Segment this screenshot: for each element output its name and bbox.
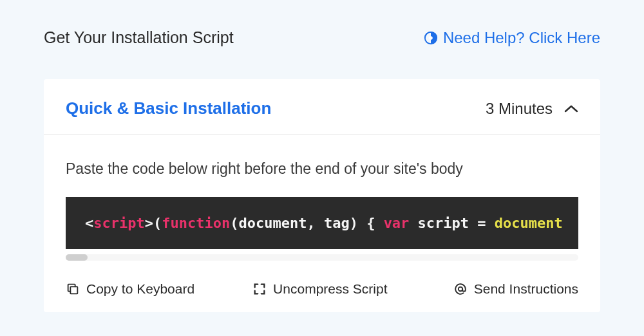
page-title: Get Your Installation Script [44, 28, 234, 47]
uncompress-label: Uncompress Script [273, 281, 387, 297]
code-seg: var [384, 215, 410, 231]
actions-row: Copy to Keyboard Uncompress Script [66, 279, 578, 297]
copy-button[interactable]: Copy to Keyboard [66, 281, 194, 297]
help-icon [424, 31, 438, 45]
card-duration: 3 Minutes [486, 100, 553, 118]
code-seg: (document, tag) { [230, 215, 383, 231]
code-scrollbar-thumb[interactable] [66, 254, 88, 261]
code-seg: script [93, 215, 144, 231]
installation-card: Quick & Basic Installation 3 Minutes Pas… [44, 79, 600, 312]
code-scrollbar[interactable] [66, 254, 578, 261]
svg-rect-2 [70, 286, 77, 294]
code-seg: ( [153, 215, 162, 231]
code-seg: < [85, 215, 93, 231]
send-label: Send Instructions [474, 281, 578, 297]
code-seg: script [409, 215, 477, 231]
expand-icon [252, 282, 267, 296]
uncompress-button[interactable]: Uncompress Script [252, 281, 387, 297]
card-body: Paste the code below right before the en… [44, 135, 600, 312]
card-duration-wrap: 3 Minutes [486, 100, 578, 118]
card-header[interactable]: Quick & Basic Installation 3 Minutes [44, 79, 600, 135]
code-seg: document [495, 215, 563, 231]
code-block[interactable]: <script>(function(document, tag) { var s… [66, 197, 578, 249]
code-seg: = [477, 215, 495, 231]
code-seg: function [162, 215, 230, 231]
instruction-text: Paste the code below right before the en… [66, 160, 578, 178]
chevron-up-icon[interactable] [564, 104, 578, 113]
code-seg: > [145, 215, 153, 231]
at-icon [453, 282, 468, 296]
help-link-label: Need Help? Click Here [443, 29, 600, 47]
page-container: Get Your Installation Script Need Help? … [0, 0, 644, 312]
copy-icon [66, 282, 80, 296]
send-instructions-button[interactable]: Send Instructions [453, 281, 578, 297]
card-title: Quick & Basic Installation [66, 98, 271, 118]
help-link[interactable]: Need Help? Click Here [424, 29, 600, 47]
copy-label: Copy to Keyboard [86, 281, 194, 297]
svg-point-3 [459, 287, 462, 291]
header-row: Get Your Installation Script Need Help? … [44, 28, 600, 47]
svg-point-1 [429, 36, 433, 40]
